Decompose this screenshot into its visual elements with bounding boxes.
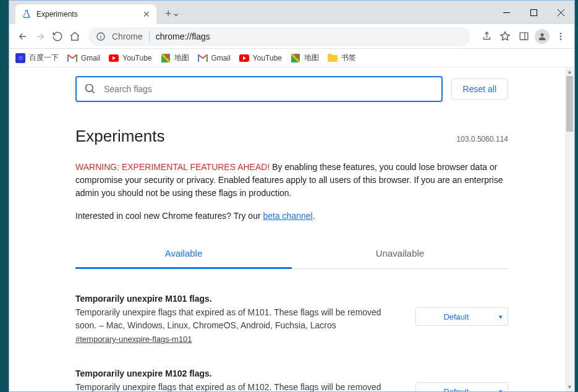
bookmark-item[interactable]: 书签: [328, 53, 356, 63]
bookmark-star-icon[interactable]: [496, 28, 514, 45]
url-divider: [149, 31, 150, 42]
flask-icon: [22, 9, 32, 19]
window-controls: [493, 1, 574, 24]
cool-suffix: .: [313, 211, 315, 221]
bookmark-label: YouTube: [122, 54, 151, 62]
flags-tabs: Available Unavailable: [75, 239, 508, 269]
bookmark-item[interactable]: 地图: [161, 53, 189, 63]
svg-point-15: [86, 85, 93, 92]
address-bar[interactable]: Chrome chrome://flags: [88, 27, 470, 46]
tab-unavailable[interactable]: Unavailable: [292, 239, 508, 268]
svg-point-9: [560, 35, 562, 37]
back-button[interactable]: [14, 28, 32, 45]
app-menu-icon[interactable]: [552, 28, 569, 45]
flags-page: Reset all Experiments 103.0.5060.114 WAR…: [75, 67, 508, 391]
site-info-icon[interactable]: [96, 32, 106, 41]
bookmark-label: YouTube: [253, 54, 282, 62]
baidu-icon: ☆: [15, 53, 25, 63]
window-close-button[interactable]: [547, 1, 574, 24]
cool-prefix: Interested in cool new Chrome features? …: [75, 211, 263, 221]
flag-title: Temporarily unexpire M102 flags.: [75, 369, 403, 378]
bookmark-label: Gmail: [81, 54, 100, 62]
forward-button: [32, 28, 49, 45]
flag-select-value: Default: [443, 312, 469, 322]
share-icon[interactable]: [478, 28, 495, 45]
bookmark-label: 地图: [174, 53, 189, 63]
gmail-icon: [198, 53, 208, 63]
svg-point-10: [560, 38, 562, 40]
youtube-icon: [239, 53, 249, 63]
search-icon: [84, 83, 96, 95]
beta-prompt: Interested in cool new Chrome features? …: [75, 211, 508, 221]
flag-select-value: Default: [443, 387, 469, 392]
profile-avatar[interactable]: [533, 28, 551, 45]
svg-point-8: [560, 33, 562, 35]
search-flags-box[interactable]: [75, 76, 443, 102]
flag-item: Temporarily unexpire M102 flags. Tempora…: [75, 369, 508, 391]
beta-channel-link[interactable]: beta channel: [263, 211, 312, 221]
gmail-icon: [67, 53, 77, 63]
flag-title: Temporarily unexpire M101 flags.: [75, 294, 403, 304]
version-text: 103.0.5060.114: [457, 135, 508, 143]
page-title: Experiments: [75, 127, 165, 146]
svg-point-14: [295, 54, 299, 58]
warning-prefix: WARNING: EXPERIMENTAL FEATURES AHEAD!: [75, 162, 270, 172]
titlebar: Experiments ✕ + ⌄: [9, 1, 574, 24]
reload-button[interactable]: [49, 28, 66, 45]
home-button[interactable]: [66, 28, 83, 45]
folder-icon: [328, 53, 338, 63]
close-icon[interactable]: ✕: [143, 9, 150, 19]
new-tab-button[interactable]: +: [165, 7, 172, 20]
bookmark-label: 书签: [341, 53, 356, 63]
browser-window: Experiments ✕ + ⌄: [9, 0, 575, 392]
minimize-button[interactable]: [493, 1, 520, 24]
tab-title: Experiments: [36, 10, 138, 19]
url-text: chrome://flags: [156, 32, 210, 41]
browser-tab[interactable]: Experiments ✕: [15, 4, 156, 24]
flag-description: Temporarily unexpire flags that expired …: [75, 381, 403, 391]
bookmark-item[interactable]: ☆ 百度一下: [15, 53, 59, 63]
toolbar: Chrome chrome://flags: [9, 24, 574, 49]
warning-text: WARNING: EXPERIMENTAL FEATURES AHEAD! By…: [75, 161, 508, 200]
flag-select[interactable]: Default: [415, 307, 508, 326]
bookmark-item[interactable]: Gmail: [67, 53, 100, 63]
bookmark-item[interactable]: YouTube: [109, 53, 151, 63]
svg-rect-5: [520, 33, 528, 40]
svg-point-12: [166, 54, 169, 58]
content-area: Reset all Experiments 103.0.5060.114 WAR…: [9, 67, 574, 391]
flag-anchor-link[interactable]: #temporary-unexpire-flags-m101: [75, 334, 192, 344]
url-scheme: Chrome: [112, 32, 143, 41]
search-input[interactable]: [103, 83, 434, 95]
flag-item: Temporarily unexpire M101 flags. Tempora…: [75, 294, 508, 344]
scrollbar-thumb[interactable]: [566, 76, 573, 132]
tab-available[interactable]: Available: [75, 239, 292, 269]
bookmark-label: 地图: [304, 53, 319, 63]
bookmark-item[interactable]: YouTube: [239, 53, 282, 63]
bookmark-label: 百度一下: [29, 53, 59, 63]
bookmark-item[interactable]: 地图: [291, 53, 319, 63]
maps-icon: [161, 53, 171, 63]
flag-description: Temporarily unexpire flags that expired …: [75, 306, 403, 332]
svg-rect-1: [530, 9, 537, 15]
tab-search-icon[interactable]: ⌄: [172, 7, 180, 19]
bookmark-item[interactable]: Gmail: [198, 53, 231, 63]
bookmarks-bar: ☆ 百度一下 Gmail YouTube 地图 Gmail: [9, 49, 574, 67]
youtube-icon: [109, 53, 119, 63]
svg-point-7: [540, 33, 543, 36]
maps-icon: [291, 53, 300, 63]
reset-all-button[interactable]: Reset all: [451, 79, 508, 100]
side-panel-icon[interactable]: [515, 28, 532, 45]
svg-line-16: [92, 91, 95, 93]
maximize-button[interactable]: [520, 1, 547, 24]
bookmark-label: Gmail: [211, 54, 231, 62]
scroll-down-icon[interactable]: ▼: [565, 383, 574, 391]
flag-select[interactable]: Default: [415, 382, 508, 391]
scroll-up-icon[interactable]: ▲: [565, 67, 574, 76]
content-scroll[interactable]: Reset all Experiments 103.0.5060.114 WAR…: [9, 67, 574, 391]
scrollbar-track[interactable]: ▲ ▼: [565, 67, 574, 391]
